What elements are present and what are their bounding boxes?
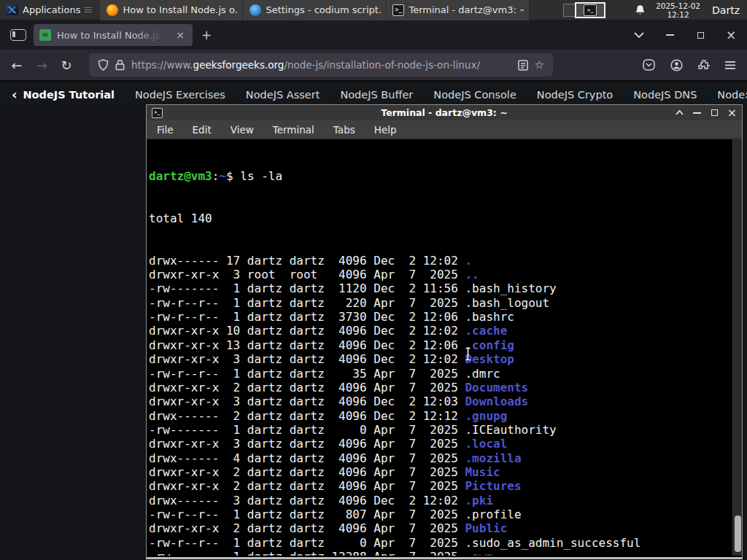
workspace-2-active[interactable]: >_	[575, 2, 605, 18]
site-nav-item[interactable]: NodeJS Exercises	[135, 89, 225, 101]
pocket-save-icon[interactable]	[643, 59, 655, 71]
taskbar-window-label: Settings - codium script...	[266, 4, 381, 15]
site-nav-item[interactable]: NodeJS Crypto	[537, 89, 613, 101]
url-text: https://www.geeksforgeeks.org/node-js/in…	[131, 59, 511, 71]
site-nav-item[interactable]: Node	[717, 89, 745, 101]
terminal-line: drwx------ 2 dartz dartz 4096 Dec 2 12:1…	[149, 409, 640, 423]
terminal-body[interactable]: dartz@vm3:~$ ls -la total 140 drwx------…	[147, 139, 742, 556]
browser-tab-bar: ∞ How to Install Node.js on × + ×	[0, 20, 747, 50]
terminal-line: -rw-r--r-- 1 dartz dartz 220 Apr 7 2025 …	[149, 296, 640, 310]
firefox-icon	[107, 4, 118, 16]
taskbar-window-label: How to Install Node.js o...	[123, 4, 238, 15]
nav-scroll-left-icon[interactable]: ‹	[12, 87, 17, 102]
terminal-line: -rw-r--r-- 1 dartz dartz 3730 Dec 2 12:0…	[149, 310, 640, 324]
terminal-listing: drwx------ 17 dartz dartz 4096 Dec 2 12:…	[149, 254, 640, 556]
tab-title: How to Install Node.js on	[57, 30, 166, 41]
url-path: /node-js/installation-of-node-js-on-linu…	[284, 59, 480, 71]
line-filename: .mozilla	[465, 451, 521, 465]
terminal-title: Terminal - dartz@vm3: ~	[147, 107, 742, 118]
line-filename: .	[465, 254, 472, 268]
line-filename: .cache	[465, 324, 507, 338]
taskbar-windows: How to Install Node.js o...Settings - co…	[101, 0, 530, 20]
bookmark-star-icon[interactable]: ☆	[535, 58, 544, 71]
terminal-line: -rw-r--r-- 1 dartz dartz 807 Apr 7 2025 …	[149, 508, 640, 521]
taskbar-window-button[interactable]: >_Terminal - dartz@vm3: ~	[387, 0, 530, 20]
terminal-minimize-button[interactable]	[692, 108, 702, 117]
desktop: Applications How to Install Node.js o...…	[0, 0, 747, 560]
forward-button[interactable]: →	[29, 58, 54, 73]
terminal-menu-edit[interactable]: Edit	[193, 124, 212, 136]
line-filename: ..	[465, 268, 479, 281]
applications-menu-button[interactable]: Applications	[0, 0, 98, 20]
terminal-line: -rw-r--r-- 1 dartz dartz 35 Apr 7 2025 .…	[149, 367, 640, 381]
clock-date: 2025-12-02	[656, 1, 700, 10]
terminal-line: drwxr-xr-x 3 dartz dartz 4096 Apr 7 2025…	[149, 437, 640, 451]
app-menu-icon[interactable]	[725, 61, 735, 69]
user-menu[interactable]: Dartz	[711, 4, 740, 16]
extensions-icon[interactable]	[698, 59, 710, 71]
terminal-scrollbar[interactable]	[732, 139, 742, 556]
notification-bell-icon[interactable]	[635, 4, 646, 16]
browser-maximize-button[interactable]	[694, 29, 706, 41]
line-meta: drwxr-xr-x 2 dartz dartz 4096 Apr 7 2025	[149, 465, 465, 479]
browser-tab-active[interactable]: ∞ How to Install Node.js on ×	[34, 24, 193, 46]
terminal-menu-help[interactable]: Help	[374, 124, 397, 136]
line-filename: .swp	[465, 550, 493, 556]
terminal-menu-terminal[interactable]: Terminal	[273, 124, 314, 136]
terminal-text: dartz@vm3:~$ ls -la total 140 drwx------…	[149, 141, 640, 556]
terminal-line: drwxr-xr-x 10 dartz dartz 4096 Dec 2 12:…	[149, 324, 640, 338]
terminal-line: -rw------- 1 dartz dartz 12288 Apr 7 202…	[149, 550, 640, 556]
terminal-menu-tabs[interactable]: Tabs	[333, 124, 355, 136]
terminal-line: drwxr-xr-x 3 root root 4096 Apr 7 2025 .…	[149, 268, 640, 281]
new-tab-button[interactable]: +	[193, 26, 220, 44]
line-meta: -rw-r--r-- 1 dartz dartz 220 Apr 7 2025	[149, 296, 465, 310]
terminal-scrollbar-thumb[interactable]	[735, 516, 741, 552]
line-meta: -rw-r--r-- 1 dartz dartz 3730 Dec 2 12:0…	[149, 310, 465, 324]
terminal-menu-view[interactable]: View	[231, 124, 254, 136]
site-nav-item[interactable]: NodeJS Assert	[246, 89, 320, 101]
site-nav-item[interactable]: NodeJS DNS	[633, 89, 697, 101]
terminal-maximize-button[interactable]	[710, 108, 719, 117]
back-button[interactable]: ←	[4, 58, 29, 73]
terminal-mini-icon: >_	[584, 4, 597, 16]
terminal-close-button[interactable]: ×	[727, 108, 737, 117]
terminal-line: drwx------ 3 dartz dartz 4096 Dec 2 12:0…	[149, 494, 640, 508]
site-nav-item[interactable]: NodeJS Tutorial	[23, 89, 115, 101]
line-filename: .bash_history	[465, 281, 556, 295]
shield-icon[interactable]	[98, 59, 109, 71]
line-filename: .config	[465, 338, 514, 352]
account-icon[interactable]	[670, 59, 683, 71]
line-meta: drwx------ 17 dartz dartz 4096 Dec 2 12:…	[149, 254, 465, 268]
terminal-window: >_ Terminal - dartz@vm3: ~ × FileEditVie…	[146, 104, 743, 559]
url-bar[interactable]: https://www.geeksforgeeks.org/node-js/in…	[89, 53, 553, 77]
clock[interactable]: 2025-12-02 12:12	[656, 1, 700, 19]
taskbar-window-label: Terminal - dartz@vm3: ~	[409, 4, 524, 15]
terminal-shade-button[interactable]	[675, 108, 684, 117]
site-nav-item[interactable]: NodeJS Buffer	[340, 89, 413, 101]
workspace-pager[interactable]: >_	[562, 1, 607, 19]
line-meta: -rw------- 1 dartz dartz 12288 Apr 7 202…	[149, 550, 465, 556]
line-meta: -rw-r--r-- 1 dartz dartz 807 Apr 7 2025	[149, 508, 465, 521]
terminal-line: drwxr-xr-x 2 dartz dartz 4096 Apr 7 2025…	[149, 381, 640, 394]
reload-button[interactable]: ↻	[54, 58, 79, 73]
terminal-titlebar[interactable]: >_ Terminal - dartz@vm3: ~ ×	[147, 105, 742, 120]
terminal-menu-file[interactable]: File	[157, 124, 174, 136]
list-tabs-chevron-icon[interactable]	[633, 29, 645, 41]
line-filename: Public	[465, 521, 507, 535]
tab-close-icon[interactable]: ×	[174, 29, 187, 41]
browser-minimize-button[interactable]	[664, 29, 676, 41]
reader-view-icon[interactable]	[518, 60, 528, 71]
terminal-prompt-line: dartz@vm3:~$ ls -la	[149, 169, 640, 183]
taskbar-window-button[interactable]: Settings - codium script...	[244, 0, 387, 20]
terminal-window-controls: ×	[675, 108, 737, 117]
firefox-view-icon[interactable]	[10, 29, 26, 41]
line-filename: Pictures	[465, 479, 521, 493]
terminal-line: -rw------- 1 dartz dartz 0 Apr 7 2025 .I…	[149, 423, 640, 437]
terminal-menubar: FileEditViewTerminalTabsHelp	[147, 120, 742, 139]
terminal-line: drwx------ 17 dartz dartz 4096 Dec 2 12:…	[149, 254, 640, 268]
site-nav-item[interactable]: NodeJS Console	[433, 89, 516, 101]
line-meta: drwx------ 2 dartz dartz 4096 Dec 2 12:1…	[149, 409, 465, 423]
browser-close-button[interactable]: ×	[725, 29, 737, 41]
taskbar-window-button[interactable]: How to Install Node.js o...	[101, 0, 244, 20]
lock-icon[interactable]	[115, 59, 125, 71]
